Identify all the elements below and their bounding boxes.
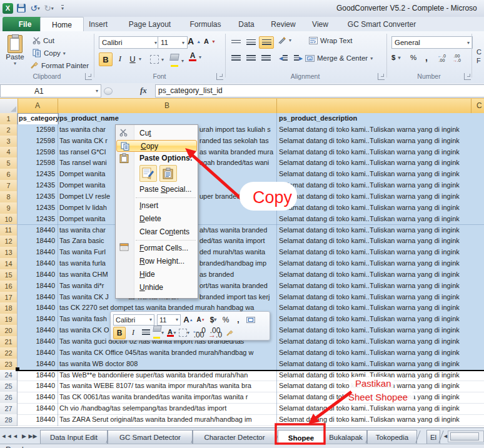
table-row[interactable]: 1ps_categoryps_product_nameps_product_de… <box>0 113 484 124</box>
table-row[interactable]: 1618440Tas wanita di*rort/tas wanita bra… <box>0 281 484 292</box>
select-all-corner[interactable] <box>0 99 18 113</box>
cell-b18[interactable]: tas CK 2270 set dompet tas wanita brande… <box>59 304 276 311</box>
sheet-tab-shopee[interactable]: Shopee <box>278 430 325 445</box>
sheet-tab-data-input-edit[interactable]: Data Input Edit <box>40 430 108 444</box>
table-row[interactable]: 412598tas ransel G*CIas wanita branded m… <box>0 147 484 158</box>
menu-item-copy[interactable]: Copy <box>116 140 197 152</box>
cell-b27[interactable]: Ch vio /handbag/tas selempang/tas brande… <box>59 404 276 412</box>
copy-button[interactable]: Copy▾ <box>33 49 66 57</box>
middle-align-button[interactable] <box>244 36 258 47</box>
row-header-28[interactable]: 28 <box>0 414 18 426</box>
mini-decrease-decimal-button[interactable]: .00→.0 <box>208 327 222 339</box>
row-header-1[interactable]: 1 <box>0 113 18 125</box>
mini-grow-font-button[interactable]: A▲ <box>183 314 193 326</box>
decrease-decimal-button[interactable]: .00→.0 <box>453 54 461 62</box>
accounting-format-button[interactable]: $▾ <box>391 54 400 61</box>
cell-a19[interactable]: 18440 <box>19 315 55 322</box>
cut-button[interactable]: Cut <box>33 36 54 44</box>
cell-c8[interactable]: Selamat datang di toko kami..Tuliskan wa… <box>279 192 484 200</box>
row-header-17[interactable]: 17 <box>0 292 18 304</box>
orientation-button[interactable]: ▾ <box>278 36 291 44</box>
increase-indent-button[interactable]: ▶ <box>291 52 305 64</box>
row-header-16[interactable]: 16 <box>0 281 18 292</box>
font-color-button[interactable]: A▾ <box>189 52 201 61</box>
borders-button[interactable]: ▾ <box>150 55 164 64</box>
align-left-button[interactable] <box>229 52 243 64</box>
cell-c18[interactable]: Selamat datang di toko kami..Tuliskan wa… <box>279 304 484 311</box>
mini-font-size-combo[interactable]: 11▾ <box>157 314 181 326</box>
cell-c5[interactable]: Selamat datang di toko kami..Tuliskan wa… <box>279 159 484 166</box>
cell-c13[interactable]: Selamat datang di toko kami..Tuliskan wa… <box>279 248 484 256</box>
shrink-font-button[interactable]: A▼ <box>204 37 216 45</box>
save-button[interactable] <box>16 2 27 14</box>
menu-item-hide[interactable]: Hide <box>116 268 198 281</box>
horizontal-scrollbar[interactable] <box>448 431 484 442</box>
column-header-b[interactable]: B <box>164 101 169 110</box>
row-header-25[interactable]: 25 <box>0 381 18 392</box>
table-row[interactable]: 2418440Tas WeB**e bandonliere super/tas … <box>0 370 484 381</box>
row-header-19[interactable]: 19 <box>0 314 18 326</box>
selection-handle[interactable] <box>16 367 19 371</box>
menu-item-cut[interactable]: Cut <box>116 127 198 140</box>
table-row[interactable]: 2218440Tas wanita CK Office 045/tas wani… <box>0 347 484 359</box>
menu-item-clear-contents[interactable]: Clear Contents <box>116 226 198 239</box>
row-header-2[interactable]: 2 <box>0 124 18 136</box>
cell-c24[interactable]: Selamat datang di toko kami..Tuliskan wa… <box>279 371 484 379</box>
row-header-10[interactable]: 10 <box>0 214 18 226</box>
cell-b24[interactable]: Tas WeB**e bandonliere super/tas wanita … <box>59 371 276 379</box>
table-row[interactable]: 512598Tas ransel waningah branded/tas wa… <box>0 157 484 169</box>
cell-c9[interactable]: Selamat datang di toko kami..Tuliskan wa… <box>279 204 484 211</box>
mini-font-family-combo[interactable]: Calibri▾ <box>113 314 154 326</box>
worksheet-grid[interactable]: 1ps_categoryps_product_nameps_product_de… <box>0 113 484 426</box>
row-header-8[interactable]: 8 <box>0 191 18 203</box>
paste-keep-formatting-button[interactable] <box>139 165 157 182</box>
menu-item-format-cells[interactable]: Format Cells... <box>116 242 198 255</box>
wrap-text-button[interactable]: Wrap Text <box>309 37 352 44</box>
cell-a3[interactable]: 12598 <box>19 137 55 144</box>
top-align-button[interactable] <box>229 36 243 47</box>
cell-a2[interactable]: 12598 <box>19 126 55 133</box>
row-header-5[interactable]: 5 <box>0 157 18 169</box>
table-row[interactable]: 2518440Tas wanita WEBE 8107/ tas wanita … <box>0 381 484 392</box>
fill-color-button[interactable]: ▾ <box>170 54 184 68</box>
cell-c19[interactable]: Selamat datang di toko kami..Tuliskan wa… <box>279 315 484 322</box>
mini-format-painter-button[interactable] <box>224 327 234 339</box>
mini-italic-button[interactable]: I <box>128 327 138 339</box>
format-painter-button[interactable]: Format Painter <box>30 61 89 69</box>
mini-merge-center-button[interactable] <box>246 314 256 326</box>
menu-item-row-height[interactable]: Row Height... <box>116 255 198 268</box>
cell-a4[interactable]: 12598 <box>19 148 55 156</box>
mini-increase-decimal-button[interactable]: ←.0.00 <box>192 327 206 339</box>
menu-item-delete[interactable]: Delete <box>116 212 198 226</box>
cell-c25[interactable]: Selamat datang di toko kami..Tuliskan wa… <box>279 382 484 389</box>
undo-button[interactable]: ↺▾ <box>29 2 41 14</box>
cell-c4[interactable]: Selamat datang di toko kami..Tuliskan wa… <box>279 148 484 156</box>
mini-align-button[interactable] <box>141 327 151 339</box>
sheet-tab-character-detector[interactable]: Character Detector <box>193 430 276 444</box>
table-row[interactable]: 212598tas wanita charurah import tas kul… <box>0 124 484 136</box>
cell-a27[interactable]: 18440 <box>19 404 55 412</box>
mini-borders-button[interactable]: ▾ <box>179 327 189 339</box>
cell-a21[interactable]: 18440 <box>19 337 55 345</box>
center-button[interactable] <box>244 52 258 64</box>
row-header-27[interactable]: 27 <box>0 403 18 415</box>
table-row[interactable]: 712435Dompet wanitaSelamat datang di tok… <box>0 180 484 191</box>
cell-a20[interactable]: 18440 <box>19 326 55 334</box>
cell-c21[interactable]: Selamat datang di toko kami..Tuliskan wa… <box>279 337 484 345</box>
clipboard-dialog-launcher[interactable] <box>85 73 92 80</box>
first-sheet-button[interactable]: ◄◄ <box>3 431 11 441</box>
font-dialog-launcher[interactable] <box>216 73 223 80</box>
row-header-3[interactable]: 3 <box>0 136 18 147</box>
mini-percent-button[interactable]: % <box>221 314 231 326</box>
row-header-7[interactable]: 7 <box>0 180 18 192</box>
table-row[interactable]: 312598Tas wanita CK rranded tas sekolah … <box>0 136 484 147</box>
table-row[interactable]: 612435Dompet wanitaSelamat datang di tok… <box>0 169 484 180</box>
cell-a5[interactable]: 12598 <box>19 159 55 166</box>
cell-c15[interactable]: Selamat datang di toko kami..Tuliskan wa… <box>279 271 484 278</box>
cell-a16[interactable]: 18440 <box>19 282 55 289</box>
cell-b1[interactable]: ps_product_name <box>59 114 276 122</box>
number-dialog-launcher[interactable] <box>464 73 471 80</box>
percent-style-button[interactable]: % <box>410 54 416 61</box>
decrease-indent-button[interactable]: ◀ <box>276 52 290 64</box>
tab-gc-smart-converter[interactable]: GC Smart Converter <box>331 17 432 31</box>
